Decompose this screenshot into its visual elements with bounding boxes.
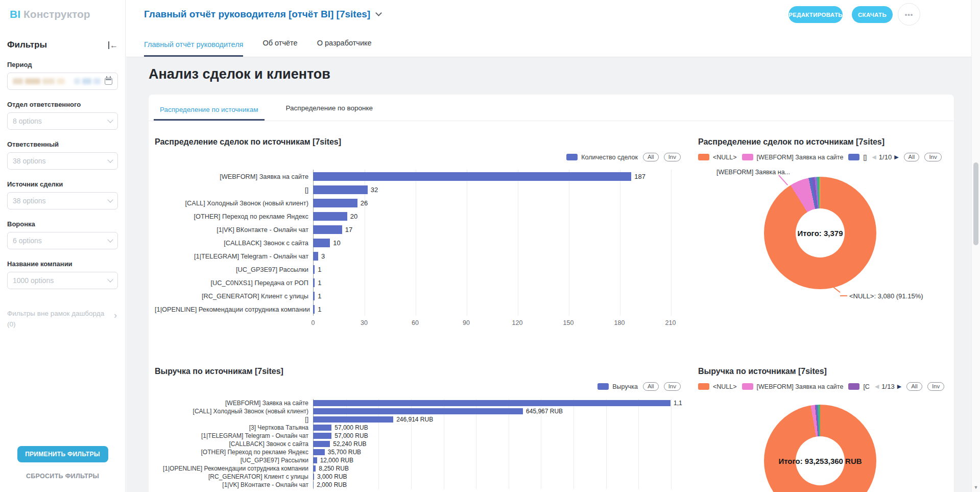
next-page-icon[interactable]: ▶ (894, 154, 898, 160)
bar[interactable] (313, 441, 330, 447)
apply-filters-button[interactable]: ПРИМЕНИТЬ ФИЛЬТРЫ (17, 446, 108, 462)
bar-plot: 1 (313, 305, 671, 314)
bar[interactable] (313, 449, 325, 455)
bar[interactable] (313, 482, 314, 488)
legend-label: [WEBFORM] Заявка на сайте (757, 154, 844, 161)
chevron-down-icon (107, 276, 113, 282)
bar-plot: 3 (313, 252, 671, 261)
category-label: [1|TELEGRAM] Telegram - Онлайн чат (155, 432, 313, 439)
bar-value-label: 246,914 RUB (396, 416, 433, 423)
filter-label: Ответственный (7, 140, 118, 148)
bar-plot: 246,914 RUB (313, 416, 671, 423)
scrollbar-thumb[interactable] (973, 162, 978, 245)
bar-row: [1|OPENLINE] Рекомендации сотрудника ком… (155, 464, 681, 473)
report-title-dropdown[interactable]: Главный отчёт руководителя [отчёт BI] [7… (144, 9, 381, 20)
bar-plot: 1 (313, 265, 671, 274)
legend-all-button[interactable]: All (904, 153, 920, 161)
legend-item-revenue[interactable]: Выручка (597, 383, 638, 390)
legend-item-null[interactable]: <NULL> (698, 383, 737, 390)
funnel-select[interactable]: 6 options (7, 232, 118, 249)
deals-donut-chart[interactable]: Итого: 3,379 (764, 177, 876, 289)
period-input[interactable] (7, 73, 118, 90)
bar-row: [1|OPENLINE] Рекомендации сотрудника ком… (155, 302, 681, 316)
legend-item-webform[interactable]: [WEBFORM] Заявка на сайте (742, 383, 844, 390)
bar[interactable] (313, 292, 315, 300)
dashboard-subtabs: Распределение по источникам Распределени… (149, 95, 954, 121)
prev-page-icon[interactable]: ◀ (875, 383, 879, 390)
filter-group-company: Название компании 1000 options (7, 260, 118, 289)
external-filters-link[interactable]: Фильтры вне рамок дашборда (0) › (7, 309, 118, 330)
download-button[interactable]: СКАЧАТЬ (852, 6, 893, 23)
bar[interactable] (313, 400, 671, 406)
tab-about-developer[interactable]: О разработчике (317, 39, 372, 57)
bar[interactable] (313, 239, 330, 247)
next-page-icon[interactable]: ▶ (897, 383, 901, 390)
bar[interactable] (313, 474, 314, 480)
responsible-select[interactable]: 38 options (7, 152, 118, 170)
calendar-icon[interactable] (105, 78, 112, 85)
legend-item-webform[interactable]: [WEBFORM] Заявка на сайте (742, 154, 844, 161)
legend-inv-button[interactable]: Inv (664, 153, 681, 161)
bar[interactable] (313, 265, 315, 274)
bar[interactable] (313, 425, 331, 431)
category-label: [WEBFORM] Заявка на сайте (155, 400, 313, 407)
edit-button[interactable]: РЕДАКТИРОВАТЬ (788, 6, 843, 23)
more-options-button[interactable]: ••• (898, 3, 920, 26)
legend-inv-button[interactable]: Inv (927, 382, 944, 391)
bar[interactable] (313, 199, 357, 207)
bar-value-label: 57,000 RUB (334, 432, 368, 439)
bar[interactable] (313, 465, 316, 472)
legend-all-button[interactable]: All (906, 382, 922, 391)
category-label: [1|OPENLINE] Рекомендации сотрудника ком… (155, 465, 313, 472)
legend-item-empty[interactable]: [] (848, 154, 867, 161)
scroll-down-icon[interactable]: ▼ (972, 485, 980, 490)
bar-row: [RC_GENERATOR] Клиент с улицы1 (155, 289, 681, 302)
bar-row: [OTHER] Переход по рекламе Яндекс20 (155, 209, 681, 223)
bar[interactable] (313, 457, 317, 463)
category-label: [CALL] Холодный Звонок (новый клиент) (155, 199, 313, 207)
bar[interactable] (313, 185, 368, 194)
page-scrollbar[interactable]: ▼ (971, 0, 980, 492)
prev-page-icon[interactable]: ◀ (872, 154, 876, 160)
dashboard-card: Распределение по источникам Распределени… (149, 95, 954, 492)
tab-about-report[interactable]: Об отчёте (262, 39, 297, 57)
bar[interactable] (313, 408, 523, 414)
bar[interactable] (313, 416, 393, 423)
tab-main-report[interactable]: Главный отчёт руководителя (144, 40, 243, 57)
subtab-by-funnel[interactable]: Распределение по воронке (280, 104, 379, 121)
bar[interactable] (313, 252, 318, 261)
legend-inv-button[interactable]: Inv (664, 382, 681, 391)
bar[interactable] (313, 212, 347, 221)
bar-plot: 17 (313, 225, 671, 234)
bar-value-label: 1 (318, 266, 321, 273)
bar-plot: 187 (313, 172, 671, 181)
legend-all-button[interactable]: All (643, 382, 659, 391)
bar[interactable] (313, 305, 315, 314)
page-indicator: 1/10 (879, 153, 892, 161)
bar-plot: 8,250 RUB (313, 465, 671, 472)
legend-swatch (698, 154, 709, 160)
subtab-by-source[interactable]: Распределение по источникам (154, 106, 265, 121)
legend-item-null[interactable]: <NULL> (698, 154, 737, 161)
bar[interactable] (313, 225, 342, 234)
bar[interactable] (313, 172, 631, 181)
filters-title: Фильтры (7, 40, 47, 50)
company-select[interactable]: 1000 options (7, 272, 118, 289)
collapse-sidebar-icon[interactable]: ← (108, 41, 118, 49)
bar-plot: 3,000 RUB (313, 473, 671, 480)
legend-item-count[interactable]: Количество сделок (566, 154, 638, 161)
bar[interactable] (313, 433, 331, 439)
select-placeholder: 8 options (13, 117, 108, 125)
x-axis-tick: 30 (361, 319, 368, 326)
legend-inv-button[interactable]: Inv (924, 153, 941, 161)
revenue-donut-chart[interactable]: Итого: 93,253,360 RUB (764, 405, 876, 492)
reset-filters-button[interactable]: СБРОСИТЬ ФИЛЬТРЫ (26, 473, 99, 480)
legend-item-truncated[interactable]: [C (848, 383, 870, 390)
department-select[interactable]: 8 options (7, 112, 118, 130)
x-axis-tick: 120 (512, 319, 523, 326)
bar-value-label: 10 (333, 239, 340, 247)
filter-group-responsible: Ответственный 38 options (7, 140, 118, 170)
bar[interactable] (313, 278, 315, 287)
legend-all-button[interactable]: All (643, 153, 659, 161)
source-select[interactable]: 38 options (7, 192, 118, 209)
